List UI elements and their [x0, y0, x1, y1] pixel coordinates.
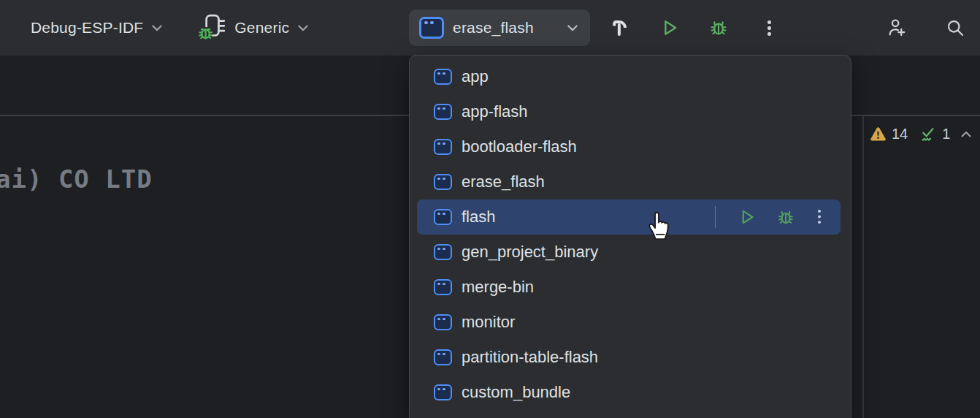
run-target-icon: [434, 139, 452, 155]
debug-bug-icon[interactable]: [776, 207, 796, 227]
panel-divider: [862, 115, 864, 418]
run-target-icon: [434, 104, 452, 120]
dropdown-item-bootloader-flash[interactable]: bootloader-flash: [410, 129, 851, 164]
inspections-widget[interactable]: 14 1: [869, 124, 973, 144]
run-target-icon: [434, 244, 452, 260]
dropdown-item-label: merge-bin: [462, 278, 534, 297]
passed-count: 1: [942, 126, 950, 142]
run-target-icon: [434, 279, 452, 295]
warnings-count: 14: [892, 126, 908, 142]
run-play-icon[interactable]: [737, 207, 757, 227]
dropdown-item-label: erase_flash: [462, 172, 545, 191]
dropdown-item-merge-bin[interactable]: merge-bin: [410, 270, 851, 305]
row-controls: [715, 206, 841, 228]
target-dropdown-list: app app-flash bootloader-flash erase_fla…: [410, 59, 851, 410]
chevron-down-icon: [296, 20, 310, 35]
dropdown-item-label: bootloader-flash: [462, 137, 577, 156]
check-squiggle-icon: [918, 124, 938, 144]
run-target-icon: [434, 384, 452, 400]
search-icon[interactable]: [944, 17, 966, 39]
device-selector[interactable]: Generic: [234, 19, 289, 37]
run-config-selector[interactable]: Debug-ESP-IDF: [31, 19, 143, 37]
run-target-icon: [434, 174, 452, 190]
target-selector-button[interactable]: erase_flash: [409, 10, 590, 46]
run-target-icon: [434, 349, 452, 365]
target-selector-label: erase_flash: [453, 19, 534, 37]
dropdown-item-custom_bundle[interactable]: custom_bundle: [410, 375, 851, 410]
dropdown-item-label: app: [462, 67, 489, 86]
dropdown-item-label: app-flash: [462, 102, 528, 121]
chevron-down-icon: [150, 20, 164, 35]
dropdown-item-label: gen_project_binary: [462, 243, 598, 262]
dropdown-item-gen_project_binary[interactable]: gen_project_binary: [410, 235, 851, 270]
add-user-icon[interactable]: [886, 17, 908, 39]
dropdown-item-partition-table-flash[interactable]: partition-table-flash: [410, 340, 851, 375]
build-hammer-icon[interactable]: [608, 17, 630, 39]
dropdown-item-label: custom_bundle: [462, 383, 570, 402]
run-play-icon[interactable]: [659, 17, 681, 39]
dropdown-item-label: flash: [462, 208, 495, 227]
row-divider: [715, 206, 716, 228]
dropdown-item-flash[interactable]: flash: [417, 200, 841, 235]
toolbar-left-group: Debug-ESP-IDF Generic: [31, 0, 310, 56]
run-target-icon: [434, 69, 452, 85]
warning-triangle-icon: [869, 125, 887, 143]
run-target-icon: [434, 314, 452, 330]
debug-bug-icon[interactable]: [708, 17, 730, 39]
dropdown-item-erase_flash[interactable]: erase_flash: [410, 164, 851, 200]
dropdown-item-label: monitor: [462, 313, 515, 332]
chevron-down-icon: [565, 20, 580, 35]
chip-debug-icon: [196, 12, 227, 43]
more-vertical-icon[interactable]: [759, 18, 778, 37]
editor-code-text: ai) CO LTD: [0, 164, 153, 194]
target-dropdown: app app-flash bootloader-flash erase_fla…: [409, 55, 851, 418]
run-target-icon: [419, 17, 444, 39]
dropdown-item-app-flash[interactable]: app-flash: [410, 94, 851, 129]
chevron-up-icon[interactable]: [959, 127, 973, 142]
more-vertical-icon[interactable]: [814, 208, 824, 227]
dropdown-item-label: partition-table-flash: [462, 348, 598, 367]
run-target-icon: [434, 209, 452, 225]
main-toolbar: Debug-ESP-IDF Generic erase_flash: [0, 0, 980, 56]
dropdown-item-monitor[interactable]: monitor: [410, 305, 851, 340]
dropdown-item-app[interactable]: app: [410, 59, 851, 94]
